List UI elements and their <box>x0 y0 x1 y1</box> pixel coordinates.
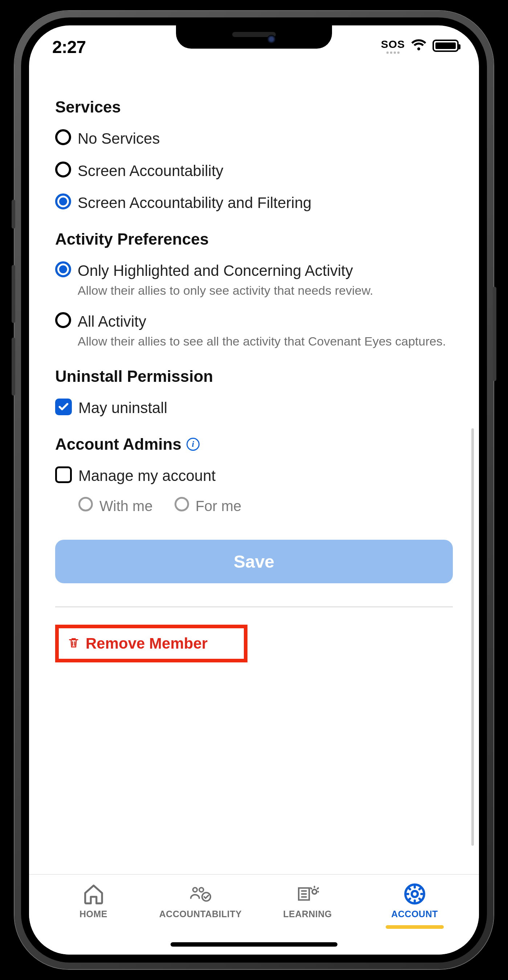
tab-label: LEARNING <box>283 909 332 920</box>
battery-icon <box>433 40 459 52</box>
remove-member-button[interactable]: Remove Member <box>55 625 248 662</box>
people-check-icon <box>189 883 212 905</box>
option-label: With me <box>99 497 153 515</box>
activity-option-all[interactable]: All Activity Allow their allies to see a… <box>55 305 453 356</box>
activity-option-highlighted[interactable]: Only Highlighted and Concerning Activity… <box>55 255 453 305</box>
activity-heading: Activity Preferences <box>55 230 453 248</box>
option-label: Manage my account <box>78 466 453 486</box>
device-notch <box>176 25 332 49</box>
radio-icon[interactable] <box>175 497 189 511</box>
tab-home[interactable]: HOME <box>40 883 147 920</box>
radio-icon[interactable] <box>78 497 93 511</box>
trash-icon <box>67 636 80 651</box>
svg-point-0 <box>193 888 197 892</box>
admin-sub-with-me[interactable]: With me <box>78 494 153 518</box>
service-option-none[interactable]: No Services <box>55 123 453 155</box>
svg-point-3 <box>312 889 316 894</box>
option-label: No Services <box>78 129 453 148</box>
manage-account-option[interactable]: Manage my account <box>55 460 453 492</box>
admin-sub-for-me[interactable]: For me <box>175 494 242 518</box>
sos-indicator-icon: SOS <box>381 38 405 54</box>
book-idea-icon <box>297 883 319 905</box>
tab-account[interactable]: ACCOUNT <box>361 883 468 929</box>
services-heading: Services <box>55 98 453 116</box>
option-description: Allow their allies to only see activity … <box>78 282 453 299</box>
save-button[interactable]: Save <box>55 540 453 583</box>
radio-icon[interactable] <box>55 194 71 210</box>
scroll-indicator[interactable] <box>471 428 474 846</box>
wifi-icon <box>411 37 427 54</box>
divider <box>55 606 453 607</box>
checkbox-icon[interactable] <box>55 466 72 483</box>
radio-icon[interactable] <box>55 162 71 178</box>
checkbox-icon[interactable] <box>55 399 72 415</box>
home-icon <box>83 883 105 905</box>
active-underline <box>386 925 444 929</box>
radio-icon[interactable] <box>55 261 71 277</box>
option-label: All Activity <box>78 312 453 331</box>
option-label: Screen Accountability <box>78 162 453 181</box>
radio-icon[interactable] <box>55 312 71 328</box>
home-indicator[interactable] <box>171 942 337 947</box>
option-label: For me <box>195 497 242 515</box>
tab-learning[interactable]: LEARNING <box>254 883 361 920</box>
gear-icon <box>403 883 426 905</box>
svg-point-5 <box>411 891 418 897</box>
settings-content: Services No Services Screen Accountabili… <box>29 87 476 875</box>
svg-point-1 <box>199 888 203 892</box>
radio-icon[interactable] <box>55 129 71 145</box>
option-description: Allow their allies to see all the activi… <box>78 333 453 350</box>
admins-heading: Account Admins i <box>55 435 453 453</box>
tab-label: ACCOUNT <box>391 909 438 920</box>
remove-member-label: Remove Member <box>86 635 208 652</box>
option-label: May uninstall <box>78 399 453 418</box>
tab-accountability[interactable]: ACCOUNTABILITY <box>147 883 254 920</box>
status-time: 2:27 <box>52 37 86 57</box>
service-option-accountability[interactable]: Screen Accountability <box>55 155 453 187</box>
info-icon[interactable]: i <box>187 438 200 451</box>
uninstall-heading: Uninstall Permission <box>55 368 453 385</box>
tab-label: HOME <box>79 909 107 920</box>
uninstall-option[interactable]: May uninstall <box>55 392 453 424</box>
service-option-accountability-filtering[interactable]: Screen Accountability and Filtering <box>55 187 453 219</box>
option-label: Screen Accountability and Filtering <box>78 194 453 213</box>
option-label: Only Highlighted and Concerning Activity <box>78 261 453 280</box>
tab-label: ACCOUNTABILITY <box>159 909 242 920</box>
